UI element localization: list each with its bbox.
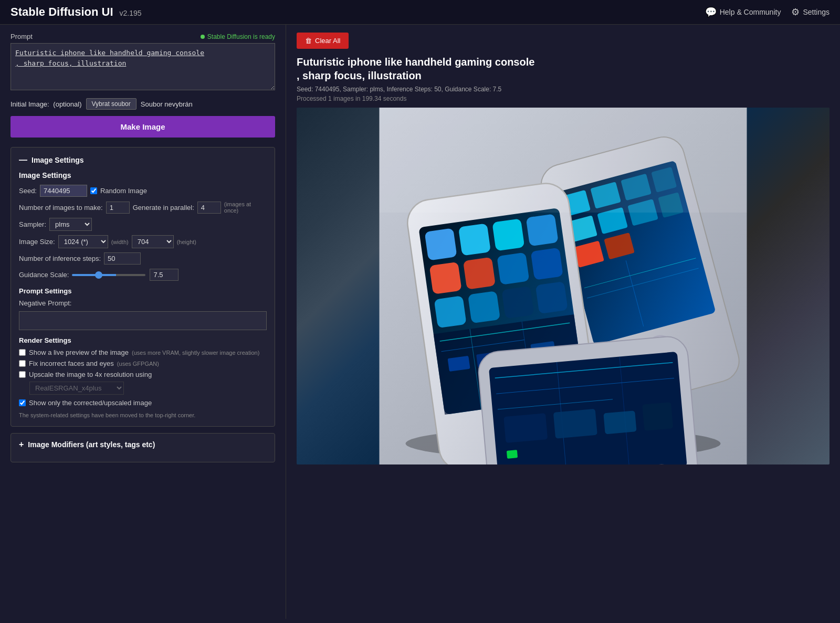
svg-rect-30 [468, 291, 500, 323]
parallel-input[interactable] [197, 202, 221, 214]
image-settings-header[interactable]: — Image Settings [19, 155, 267, 165]
guidance-scale-input[interactable] [150, 269, 178, 281]
guidance-scale-slider[interactable] [72, 274, 145, 276]
trash-icon: 🗑 [305, 37, 312, 45]
settings-button[interactable]: ⚙ Settings [791, 6, 830, 18]
status-text: Stable Diffusion is ready [207, 33, 275, 40]
fix-faces-checkbox[interactable] [19, 360, 26, 367]
svg-rect-28 [531, 248, 563, 280]
prompt-section-header: Prompt Stable Diffusion is ready [10, 33, 275, 40]
app-version: v2.195 [120, 9, 142, 17]
num-images-label: Number of images to make: [19, 204, 103, 212]
image-size-label: Image Size: [19, 238, 55, 246]
seed-label: Seed: [19, 187, 37, 195]
svg-rect-55 [507, 450, 518, 459]
svg-rect-25 [429, 262, 462, 294]
render-settings-title: Render Settings [19, 336, 267, 344]
show-corrected-label: Show only the corrected/upscaled image [29, 399, 152, 407]
svg-rect-24 [526, 214, 559, 246]
help-community-button[interactable]: 💬 Help & Community [705, 6, 781, 18]
random-image-checkbox[interactable] [90, 187, 97, 194]
upscale-model-select[interactable]: RealESRGAN_x4plus [29, 382, 124, 395]
initial-image-row: Initial Image: (optional) Vybrat soubor … [10, 98, 275, 110]
sampler-select[interactable]: plms ddim heun euler euler_a dpm2 dpm2_a… [49, 218, 92, 231]
header-right: 💬 Help & Community ⚙ Settings [705, 6, 830, 18]
prompt-label-text: Prompt [10, 33, 33, 40]
clear-all-label: Clear All [315, 37, 340, 45]
svg-rect-51 [503, 413, 548, 443]
negative-prompt-input[interactable] [19, 311, 267, 330]
help-community-label: Help & Community [720, 8, 781, 16]
image-height-select[interactable]: 704 512 576 640 768 [132, 235, 174, 248]
image-modifiers-section: + Image Modifiers (art styles, tags etc) [10, 433, 275, 462]
gear-icon: ⚙ [791, 6, 800, 18]
upscale-label: Upscale the image to 4x resolution using [29, 371, 152, 378]
result-image-container [297, 108, 830, 464]
parallel-label: Generate in parallel: [133, 204, 194, 212]
image-settings-section: — Image Settings Image Settings Seed: Ra… [10, 147, 275, 427]
seed-input[interactable] [40, 185, 87, 197]
parallel-hint: (images at once) [224, 201, 267, 214]
right-panel: 🗑 Clear All Futuristic iphone like handh… [286, 25, 840, 619]
upscale-row: Upscale the image to 4x resolution using [19, 371, 267, 378]
svg-rect-31 [501, 286, 534, 319]
svg-rect-26 [463, 257, 496, 290]
prompt-textarea[interactable]: Futuristic iphone like handheld gaming c… [10, 43, 275, 90]
image-width-select[interactable]: 1024 (*) 512 640 768 896 [58, 235, 108, 248]
svg-rect-29 [434, 295, 467, 328]
svg-rect-53 [603, 410, 636, 434]
minus-icon: — [19, 155, 27, 165]
live-preview-label: Show a live preview of the image [29, 349, 129, 356]
no-file-label: Soubor nevybrán [141, 100, 193, 108]
initial-image-label: Initial Image: (optional) [10, 100, 82, 108]
sampler-row: Sampler: plms ddim heun euler euler_a dp… [19, 218, 267, 231]
header: Stable Diffusion UI v2.195 💬 Help & Comm… [0, 0, 840, 25]
image-modifiers-header[interactable]: + Image Modifiers (art styles, tags etc) [19, 440, 267, 449]
live-preview-row: Show a live preview of the image (uses m… [19, 349, 267, 356]
main-container: Prompt Stable Diffusion is ready Futuris… [0, 25, 840, 619]
file-picker-button[interactable]: Vybrat soubor [86, 98, 136, 110]
upscale-checkbox[interactable] [19, 371, 26, 378]
image-settings-subtitle: Image Settings [19, 171, 267, 179]
svg-rect-32 [536, 281, 568, 314]
status-indicator: Stable Diffusion is ready [201, 33, 275, 40]
num-images-input[interactable] [106, 202, 130, 214]
guidance-scale-row: Guidance Scale: [19, 269, 267, 281]
live-preview-checkbox[interactable] [19, 349, 26, 356]
random-image-label: Random Image [100, 187, 147, 195]
image-settings-title: Image Settings [32, 156, 84, 164]
fix-faces-hint: (uses GFPGAN) [117, 361, 159, 367]
guidance-scale-label: Guidance Scale: [19, 271, 69, 279]
negative-prompt-label: Negative Prompt: [19, 299, 71, 307]
inference-steps-label: Number of inference steps: [19, 255, 101, 262]
num-images-row: Number of images to make: Generate in pa… [19, 201, 267, 214]
guidance-slider-container [72, 269, 178, 281]
system-note: The system-related settings have been mo… [19, 412, 267, 418]
sampler-label: Sampler: [19, 220, 46, 228]
svg-rect-60 [380, 108, 747, 213]
make-image-button[interactable]: Make Image [10, 116, 275, 138]
settings-label: Settings [803, 8, 830, 16]
result-image [297, 108, 830, 464]
result-title: Futuristic iphone like handheld gaming c… [297, 55, 830, 82]
plus-icon: + [19, 440, 24, 449]
prompt-settings-title: Prompt Settings [19, 287, 267, 295]
fix-faces-row: Fix incorrect faces and eyes (uses GFPGA… [19, 360, 267, 367]
inference-steps-row: Number of inference steps: [19, 252, 267, 265]
image-modifiers-title: Image Modifiers (art styles, tags etc) [28, 440, 155, 449]
svg-rect-27 [497, 252, 529, 285]
result-meta: Seed: 7440495, Sampler: plms, Inference … [297, 86, 830, 93]
svg-rect-21 [425, 228, 457, 260]
height-label: (height) [177, 239, 196, 245]
clear-all-button[interactable]: 🗑 Clear All [297, 33, 349, 49]
fix-faces-label: Fix incorrect faces and eyes [29, 360, 114, 367]
negative-prompt-row: Negative Prompt: [19, 299, 267, 307]
show-corrected-row: Show only the corrected/upscaled image [19, 399, 267, 407]
status-dot [201, 35, 205, 39]
svg-rect-23 [492, 218, 524, 251]
inference-steps-input[interactable] [104, 252, 141, 265]
live-preview-hint: (uses more VRAM, slightly slower image c… [132, 350, 259, 356]
show-corrected-checkbox[interactable] [19, 399, 26, 406]
console-svg [297, 108, 830, 464]
chat-icon: 💬 [705, 6, 717, 18]
